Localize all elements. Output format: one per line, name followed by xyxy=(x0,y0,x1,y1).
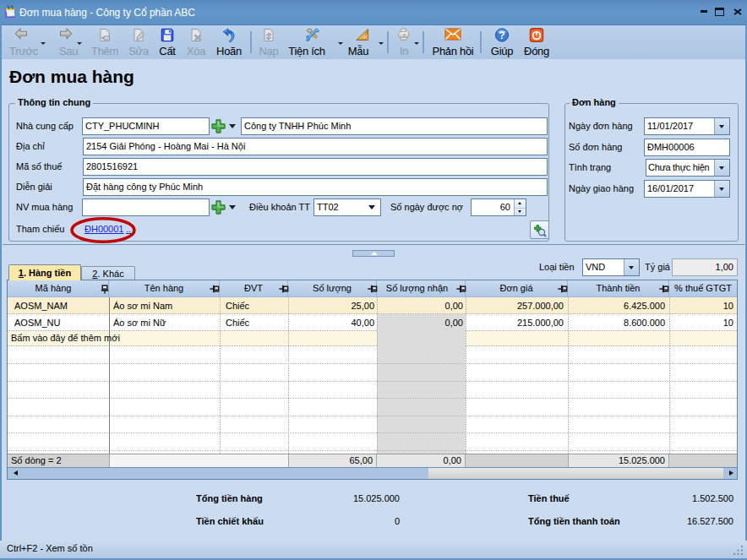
svg-text:?: ? xyxy=(499,30,504,41)
